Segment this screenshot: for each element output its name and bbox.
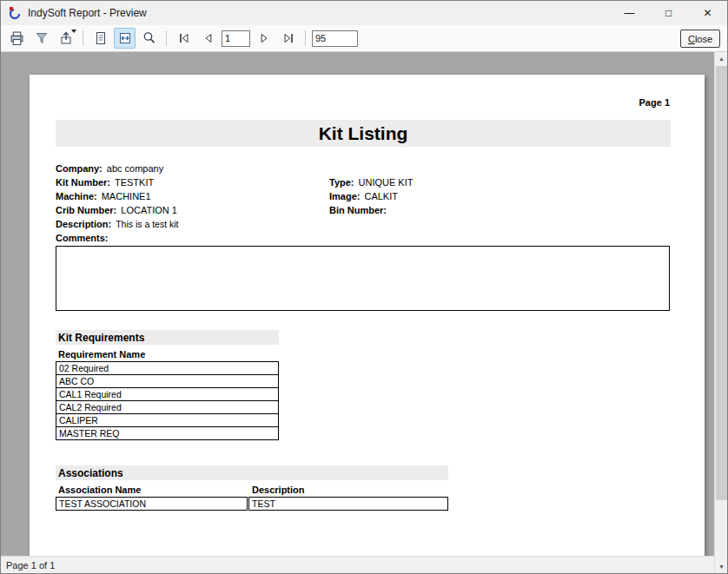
table-row: 02 Required (56, 361, 279, 375)
whole-page-view-button[interactable] (89, 28, 111, 49)
table-row: ABC CO (56, 374, 279, 388)
minimize-button[interactable]: — (610, 1, 649, 25)
kit-requirements-section-header: Kit Requirements (56, 330, 279, 345)
toolbar: Close (1, 25, 727, 52)
export-button[interactable] (55, 28, 76, 49)
report-title: Kit Listing (319, 123, 408, 144)
preview-area: Page 1 Kit Listing Company:abc company K… (1, 52, 714, 556)
close-window-button[interactable]: ✕ (688, 1, 727, 25)
statusbar: Page 1 of 1 (1, 556, 714, 573)
magnifier-icon (142, 31, 156, 45)
titlebar: IndySoft Report - Preview — □ ✕ (1, 1, 727, 25)
toolbar-separator (166, 30, 167, 46)
first-page-button[interactable] (173, 28, 195, 49)
scrollbar-thumb[interactable] (716, 66, 727, 500)
print-button[interactable] (6, 28, 28, 49)
field-description: Description:This is a test kit (56, 219, 179, 229)
filter-icon (35, 31, 49, 45)
association-description-cell: TEST (248, 497, 448, 511)
document-view-icon (94, 31, 108, 45)
requirement-name-column-header: Requirement Name (58, 349, 145, 360)
association-name-column-header: Association Name (58, 485, 141, 495)
export-icon (59, 31, 73, 45)
table-row: TEST ASSOCIATION TEST (56, 497, 448, 511)
report-title-band: Kit Listing (56, 120, 671, 147)
page-width-icon (118, 31, 132, 45)
previous-page-icon (202, 31, 215, 45)
page-number-input[interactable] (222, 30, 250, 47)
table-row: CALIPER (56, 413, 279, 427)
previous-page-button[interactable] (197, 28, 219, 49)
filter-button[interactable] (30, 28, 52, 49)
window-controls: — □ ✕ (610, 1, 727, 25)
field-company: Company:abc company (56, 163, 163, 174)
next-page-icon (257, 31, 271, 45)
table-row: CAL1 Required (56, 387, 279, 401)
export-dropdown-arrow-icon[interactable] (71, 30, 76, 33)
field-image: Image:CALKIT (329, 191, 398, 201)
close-button[interactable]: Close (680, 30, 720, 48)
vertical-scrollbar[interactable]: ▲ ▼ (714, 52, 727, 573)
field-kit-number: Kit Number:TESTKIT (56, 177, 154, 188)
zoom-level-input[interactable] (312, 30, 358, 47)
scroll-down-icon[interactable]: ▼ (715, 560, 728, 573)
field-machine: Machine:MACHINE1 (56, 191, 151, 201)
toolbar-separator (83, 30, 83, 46)
field-type: Type:UNIQUE KIT (329, 177, 413, 188)
scroll-up-icon[interactable]: ▲ (715, 52, 728, 65)
associations-section-header: Associations (56, 465, 448, 480)
printer-icon (10, 31, 24, 46)
app-logo-icon (8, 6, 22, 20)
report-page: Page 1 Kit Listing Company:abc company K… (30, 75, 705, 556)
report-preview-window: IndySoft Report - Preview — □ ✕ (0, 0, 728, 574)
field-crib-number: Crib Number:LOCATION 1 (56, 205, 177, 215)
window-title: IndySoft Report - Preview (28, 7, 147, 19)
last-page-icon (281, 31, 295, 45)
toolbar-separator (305, 30, 306, 46)
maximize-button[interactable]: □ (649, 1, 688, 25)
next-page-button[interactable] (253, 28, 275, 49)
field-comments-label: Comments: (56, 233, 109, 243)
first-page-icon (177, 31, 191, 45)
association-name-cell: TEST ASSOCIATION (56, 497, 248, 511)
page-width-view-button[interactable] (114, 28, 136, 49)
zoom-button[interactable] (138, 28, 160, 49)
table-row: MASTER REQ (56, 426, 279, 440)
table-row: CAL2 Required (56, 400, 279, 414)
kit-requirements-table: 02 Required ABC CO CAL1 Required CAL2 Re… (56, 361, 279, 440)
comments-box (56, 246, 670, 311)
last-page-button[interactable] (277, 28, 299, 49)
status-page-text: Page 1 of 1 (6, 560, 55, 571)
page-number-label: Page 1 (639, 97, 670, 108)
field-bin-number: Bin Number: (329, 205, 391, 215)
description-column-header: Description (252, 485, 305, 495)
